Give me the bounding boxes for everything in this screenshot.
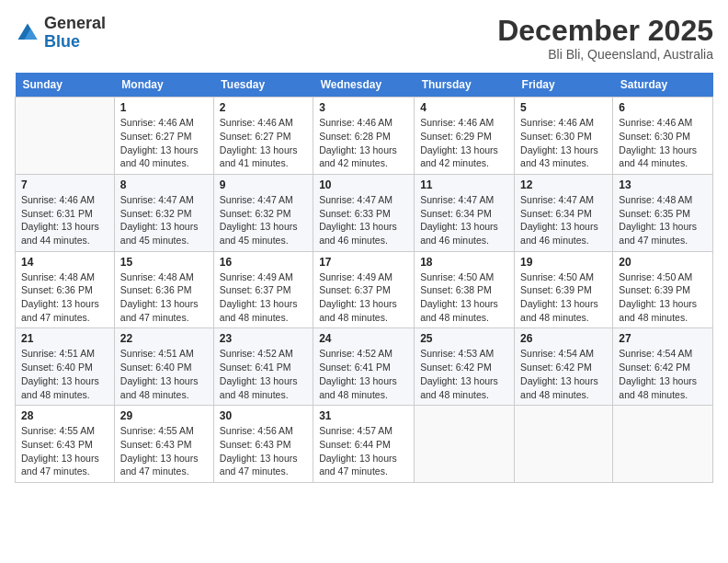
day-info: Sunrise: 4:47 AM Sunset: 6:34 PM Dayligh…: [420, 193, 508, 247]
calendar-cell: 25Sunrise: 4:53 AM Sunset: 6:42 PM Dayli…: [415, 328, 515, 406]
day-info: Sunrise: 4:46 AM Sunset: 6:30 PM Dayligh…: [619, 116, 707, 170]
calendar-cell: 10Sunrise: 4:47 AM Sunset: 6:33 PM Dayli…: [313, 174, 415, 251]
day-info: Sunrise: 4:56 AM Sunset: 6:43 PM Dayligh…: [220, 424, 307, 478]
calendar-week-row: 21Sunrise: 4:51 AM Sunset: 6:40 PM Dayli…: [16, 328, 713, 406]
calendar-cell: [515, 406, 613, 483]
calendar-cell: 27Sunrise: 4:54 AM Sunset: 6:42 PM Dayli…: [613, 328, 713, 406]
calendar-cell: [415, 406, 515, 483]
calendar-cell: 4Sunrise: 4:46 AM Sunset: 6:29 PM Daylig…: [415, 98, 515, 175]
day-info: Sunrise: 4:47 AM Sunset: 6:34 PM Dayligh…: [520, 193, 607, 247]
day-info: Sunrise: 4:47 AM Sunset: 6:32 PM Dayligh…: [120, 193, 208, 247]
calendar-cell: 28Sunrise: 4:55 AM Sunset: 6:43 PM Dayli…: [16, 406, 115, 483]
day-number: 18: [420, 256, 508, 269]
calendar-table: SundayMondayTuesdayWednesdayThursdayFrid…: [15, 73, 713, 483]
calendar-cell: 24Sunrise: 4:52 AM Sunset: 6:41 PM Dayli…: [313, 328, 415, 406]
day-info: Sunrise: 4:48 AM Sunset: 6:36 PM Dayligh…: [120, 270, 208, 325]
day-number: 26: [520, 332, 607, 345]
day-info: Sunrise: 4:48 AM Sunset: 6:35 PM Dayligh…: [619, 193, 707, 247]
day-info: Sunrise: 4:46 AM Sunset: 6:29 PM Dayligh…: [420, 116, 508, 170]
calendar-cell: 22Sunrise: 4:51 AM Sunset: 6:40 PM Dayli…: [114, 328, 213, 406]
day-number: 15: [120, 256, 208, 269]
calendar-cell: 3Sunrise: 4:46 AM Sunset: 6:28 PM Daylig…: [313, 98, 415, 175]
day-info: Sunrise: 4:46 AM Sunset: 6:28 PM Dayligh…: [319, 116, 408, 170]
calendar-cell: 1Sunrise: 4:46 AM Sunset: 6:27 PM Daylig…: [114, 98, 213, 175]
day-number: 2: [220, 101, 307, 114]
day-info: Sunrise: 4:46 AM Sunset: 6:27 PM Dayligh…: [220, 116, 307, 170]
day-info: Sunrise: 4:50 AM Sunset: 6:39 PM Dayligh…: [520, 270, 607, 325]
day-number: 22: [120, 332, 208, 345]
day-header-monday: Monday: [114, 73, 213, 98]
calendar-cell: 11Sunrise: 4:47 AM Sunset: 6:34 PM Dayli…: [415, 174, 515, 251]
day-number: 28: [21, 409, 108, 422]
day-number: 10: [319, 178, 408, 191]
day-info: Sunrise: 4:47 AM Sunset: 6:33 PM Dayligh…: [319, 193, 408, 247]
day-number: 17: [319, 256, 408, 269]
calendar-cell: 26Sunrise: 4:54 AM Sunset: 6:42 PM Dayli…: [515, 328, 613, 406]
day-number: 25: [420, 332, 508, 345]
calendar-cell: 9Sunrise: 4:47 AM Sunset: 6:32 PM Daylig…: [213, 174, 313, 251]
day-number: 11: [420, 178, 508, 191]
calendar-cell: 20Sunrise: 4:50 AM Sunset: 6:39 PM Dayli…: [613, 251, 713, 328]
day-info: Sunrise: 4:49 AM Sunset: 6:37 PM Dayligh…: [319, 270, 408, 325]
day-info: Sunrise: 4:55 AM Sunset: 6:43 PM Dayligh…: [120, 424, 208, 478]
day-info: Sunrise: 4:55 AM Sunset: 6:43 PM Dayligh…: [21, 424, 108, 478]
day-number: 3: [319, 101, 408, 114]
day-info: Sunrise: 4:46 AM Sunset: 6:27 PM Dayligh…: [120, 116, 208, 170]
day-header-saturday: Saturday: [613, 73, 713, 98]
day-info: Sunrise: 4:54 AM Sunset: 6:42 PM Dayligh…: [619, 347, 707, 401]
calendar-cell: 30Sunrise: 4:56 AM Sunset: 6:43 PM Dayli…: [213, 406, 313, 483]
calendar-cell: 16Sunrise: 4:49 AM Sunset: 6:37 PM Dayli…: [213, 251, 313, 328]
calendar-cell: [16, 98, 115, 175]
day-info: Sunrise: 4:53 AM Sunset: 6:42 PM Dayligh…: [420, 347, 508, 401]
day-number: 4: [420, 101, 508, 114]
day-header-friday: Friday: [515, 73, 613, 98]
day-number: 9: [220, 178, 307, 191]
calendar-cell: 21Sunrise: 4:51 AM Sunset: 6:40 PM Dayli…: [16, 328, 115, 406]
logo: General Blue: [15, 15, 106, 52]
day-number: 27: [619, 332, 707, 345]
day-info: Sunrise: 4:52 AM Sunset: 6:41 PM Dayligh…: [220, 347, 307, 401]
calendar-cell: 13Sunrise: 4:48 AM Sunset: 6:35 PM Dayli…: [613, 174, 713, 251]
calendar-cell: 17Sunrise: 4:49 AM Sunset: 6:37 PM Dayli…: [313, 251, 415, 328]
calendar-cell: 8Sunrise: 4:47 AM Sunset: 6:32 PM Daylig…: [114, 174, 213, 251]
calendar-cell: 12Sunrise: 4:47 AM Sunset: 6:34 PM Dayli…: [515, 174, 613, 251]
calendar-week-row: 7Sunrise: 4:46 AM Sunset: 6:31 PM Daylig…: [16, 174, 713, 251]
day-number: 21: [21, 332, 108, 345]
day-number: 12: [520, 178, 607, 191]
day-info: Sunrise: 4:47 AM Sunset: 6:32 PM Dayligh…: [220, 193, 307, 247]
day-header-sunday: Sunday: [16, 73, 115, 98]
day-number: 23: [220, 332, 307, 345]
day-info: Sunrise: 4:46 AM Sunset: 6:30 PM Dayligh…: [520, 116, 607, 170]
logo-blue-text: Blue: [44, 32, 80, 51]
location-subtitle: Bli Bli, Queensland, Australia: [497, 47, 713, 62]
calendar-cell: 19Sunrise: 4:50 AM Sunset: 6:39 PM Dayli…: [515, 251, 613, 328]
day-number: 29: [120, 409, 208, 422]
calendar-week-row: 28Sunrise: 4:55 AM Sunset: 6:43 PM Dayli…: [16, 406, 713, 483]
calendar-cell: 14Sunrise: 4:48 AM Sunset: 6:36 PM Dayli…: [16, 251, 115, 328]
day-info: Sunrise: 4:52 AM Sunset: 6:41 PM Dayligh…: [319, 347, 408, 401]
calendar-week-row: 1Sunrise: 4:46 AM Sunset: 6:27 PM Daylig…: [16, 98, 713, 175]
calendar-cell: 2Sunrise: 4:46 AM Sunset: 6:27 PM Daylig…: [213, 98, 313, 175]
day-number: 14: [21, 256, 108, 269]
logo-general-text: General: [44, 14, 106, 32]
day-info: Sunrise: 4:57 AM Sunset: 6:44 PM Dayligh…: [319, 424, 408, 478]
day-header-thursday: Thursday: [415, 73, 515, 98]
day-header-wednesday: Wednesday: [313, 73, 415, 98]
day-number: 19: [520, 256, 607, 269]
title-section: December 2025 Bli Bli, Queensland, Austr…: [497, 15, 713, 62]
day-number: 13: [619, 178, 707, 191]
calendar-cell: 7Sunrise: 4:46 AM Sunset: 6:31 PM Daylig…: [16, 174, 115, 251]
calendar-cell: 6Sunrise: 4:46 AM Sunset: 6:30 PM Daylig…: [613, 98, 713, 175]
day-number: 20: [619, 256, 707, 269]
day-number: 7: [21, 178, 108, 191]
calendar-cell: 15Sunrise: 4:48 AM Sunset: 6:36 PM Dayli…: [114, 251, 213, 328]
day-info: Sunrise: 4:48 AM Sunset: 6:36 PM Dayligh…: [21, 270, 108, 325]
calendar-header-row: SundayMondayTuesdayWednesdayThursdayFrid…: [16, 73, 713, 98]
day-info: Sunrise: 4:51 AM Sunset: 6:40 PM Dayligh…: [21, 347, 108, 401]
calendar-week-row: 14Sunrise: 4:48 AM Sunset: 6:36 PM Dayli…: [16, 251, 713, 328]
calendar-cell: 23Sunrise: 4:52 AM Sunset: 6:41 PM Dayli…: [213, 328, 313, 406]
day-header-tuesday: Tuesday: [213, 73, 313, 98]
day-number: 16: [220, 256, 307, 269]
calendar-cell: 31Sunrise: 4:57 AM Sunset: 6:44 PM Dayli…: [313, 406, 415, 483]
day-info: Sunrise: 4:46 AM Sunset: 6:31 PM Dayligh…: [21, 193, 108, 247]
